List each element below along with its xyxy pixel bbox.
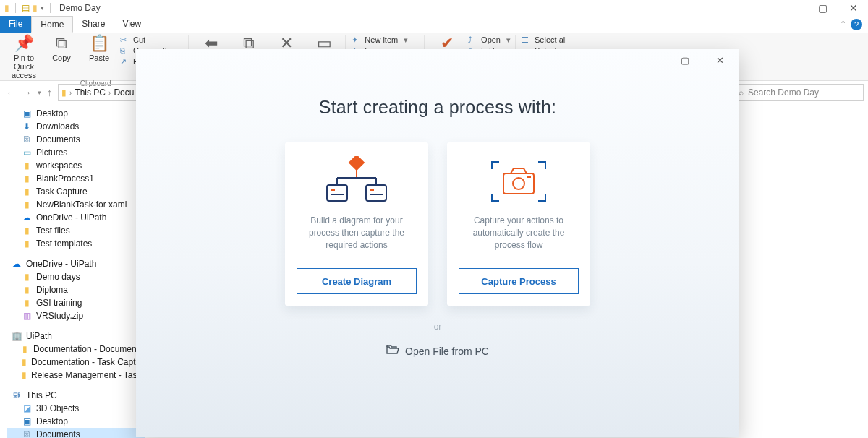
open-file-from-pc-button[interactable]: Open File from PC (386, 345, 489, 357)
sidebar-item-label: Documents (36, 134, 80, 145)
sidebar-item-label: NewBlankTask-for xaml (36, 199, 127, 210)
tab-file[interactable]: File (0, 16, 31, 33)
svg-rect-0 (349, 156, 364, 170)
help-icon[interactable]: ? (851, 19, 862, 30)
pin-to-quick-access-button[interactable]: 📌 Pin to Quick access (7, 35, 41, 80)
paste-button[interactable]: 📋 Paste (82, 35, 116, 62)
sidebar-item-label: Documents (36, 429, 80, 438)
folder-open-icon (386, 345, 399, 357)
divider-line (286, 327, 424, 327)
sidebar-item-test-files[interactable]: ▮Test files (7, 224, 145, 237)
new-item-label: New item (365, 35, 398, 45)
maximize-button[interactable]: ▢ (812, 2, 833, 14)
qat-dropdown-icon[interactable]: ▾ (41, 4, 44, 12)
sidebar-item-downloads[interactable]: ⬇Downloads (7, 120, 145, 133)
select-all-icon: ☰ (522, 35, 532, 45)
sidebar-item-test-templates[interactable]: ▮Test templates (7, 237, 145, 250)
sidebar-item-task-capture[interactable]: ▮Task Capture (7, 185, 145, 198)
sidebar-item-documents-pc[interactable]: 🖺Documents (7, 428, 145, 438)
folder-icon: ▮ (22, 285, 32, 295)
new-item-button[interactable]: ✦New item▾ (352, 35, 420, 45)
cut-button[interactable]: ✂Cut (120, 35, 184, 45)
card-caption: Capture your actions to automatically cr… (460, 215, 577, 252)
sidebar-item-gsi-training[interactable]: ▮GSI training (7, 296, 145, 309)
close-button[interactable]: ✕ (843, 2, 864, 14)
sidebar-item-3d-objects[interactable]: ◪3D Objects (7, 402, 145, 415)
sidebar-item-label: Test files (36, 226, 70, 236)
sidebar-item-vrstudy-zip[interactable]: ▥VRStudy.zip (7, 309, 145, 322)
tab-home[interactable]: Home (31, 16, 73, 33)
capture-illustration (486, 155, 551, 207)
sidebar-item-release-mgmt[interactable]: ▮Release Management - Task Captu (7, 369, 145, 382)
dialog-minimize-button[interactable]: — (635, 50, 665, 70)
sidebar-item-label: Pictures (36, 147, 67, 158)
task-capture-dialog: — ▢ ✕ Start creating a process with: (136, 49, 739, 437)
dialog-close-button[interactable]: ✕ (705, 50, 735, 70)
documents-icon: 🖺 (22, 429, 32, 438)
select-all-button[interactable]: ☰Select all (522, 35, 576, 45)
sidebar-item-label: Downloads (36, 121, 79, 132)
search-input[interactable]: ⌕ Search Demo Day (733, 84, 864, 101)
copy-label: Copy (52, 53, 71, 62)
download-icon: ⬇ (22, 121, 32, 132)
minimize-button[interactable]: — (780, 2, 802, 14)
select-all-label: Select all (535, 35, 567, 45)
sidebar-item-workspaces[interactable]: ▮workspaces (7, 159, 145, 172)
sidebar-item-desktop[interactable]: ▣Desktop (7, 107, 145, 120)
sidebar-item-uipath[interactable]: 🏢UiPath (7, 330, 145, 343)
recent-dropdown[interactable]: ▾ (36, 87, 43, 98)
sidebar-item-newblanktask[interactable]: ▮NewBlankTask-for xaml (7, 198, 145, 211)
sidebar-item-diploma[interactable]: ▮Diploma (7, 283, 145, 296)
sidebar-item-documents[interactable]: 🖺Documents (7, 133, 145, 146)
path-icon: ⎘ (120, 46, 130, 56)
capture-process-button[interactable]: Capture Process (459, 268, 579, 294)
ribbon-collapse-icon[interactable]: ⌃ (840, 20, 846, 29)
sidebar-item-label: This PC (26, 390, 57, 400)
chevron-right-icon: › (109, 89, 111, 97)
up-button[interactable]: ↑ (46, 85, 54, 100)
forward-button[interactable]: → (20, 85, 33, 100)
tab-view[interactable]: View (114, 16, 150, 33)
create-diagram-button[interactable]: Create Diagram (297, 268, 417, 294)
breadcrumb-this-pc[interactable]: This PC (75, 87, 106, 98)
sidebar-item-this-pc[interactable]: 🖳This PC (7, 389, 145, 402)
back-button[interactable]: ← (4, 85, 17, 100)
breadcrumb-folder[interactable]: Docu (114, 87, 134, 98)
sidebar-tree[interactable]: ▣Desktop ⬇Downloads 🖺Documents ▭Pictures… (0, 104, 145, 438)
folder-icon: ▮ (22, 226, 32, 236)
sidebar-item-label: BlankProcess1 (36, 173, 94, 184)
cloud-icon: ☁ (12, 259, 22, 269)
tab-share[interactable]: Share (73, 16, 114, 33)
sidebar-item-pictures[interactable]: ▭Pictures (7, 146, 145, 159)
desktop-icon: ▣ (22, 416, 32, 426)
dialog-maximize-button[interactable]: ▢ (670, 50, 700, 70)
or-divider: or (286, 322, 590, 332)
sidebar-item-doc-documents[interactable]: ▮Documentation - Documents (7, 343, 145, 356)
qat-save-icon[interactable]: ▤ (22, 3, 30, 13)
sidebar-item-demo-days[interactable]: ▮Demo days (7, 270, 145, 283)
dialog-content: Start creating a process with: (136, 71, 739, 437)
copy-icon: ⧉ (56, 35, 67, 52)
new-item-icon: ✦ (352, 35, 362, 45)
sidebar-item-onedrive[interactable]: ☁OneDrive - UiPath (7, 257, 145, 270)
tree-section-quick-access: ▣Desktop ⬇Downloads 🖺Documents ▭Pictures… (7, 107, 145, 250)
sidebar-item-label: GSI training (36, 298, 82, 308)
sidebar-item-onedrive-quick[interactable]: ☁OneDrive - UiPath (7, 211, 145, 224)
folder-icon: ▮ (22, 186, 32, 197)
sidebar-item-blankprocess1[interactable]: ▮BlankProcess1 (7, 172, 145, 185)
copy-button[interactable]: ⧉ Copy (45, 35, 78, 62)
pin-icon: 📌 (14, 35, 34, 52)
card-create-diagram: Build a diagram for your process then ca… (285, 142, 428, 306)
sidebar-item-label: Demo days (36, 272, 80, 282)
sidebar-item-label: Desktop (36, 416, 68, 426)
documents-icon: 🖺 (22, 134, 32, 145)
open-button[interactable]: ⤴Open▾ (468, 35, 511, 45)
or-label: or (434, 322, 442, 332)
open-label: Open (481, 35, 501, 45)
folder-icon: ▮ (22, 357, 27, 367)
sidebar-item-desktop-pc[interactable]: ▣Desktop (7, 415, 145, 428)
tree-section-onedrive: ☁OneDrive - UiPath ▮Demo days ▮Diploma ▮… (7, 257, 145, 322)
qat-folder-icon[interactable]: ▮ (33, 3, 38, 13)
sidebar-item-doc-task-capture[interactable]: ▮Documentation - Task Capture (7, 356, 145, 369)
pin-label: Pin to Quick access (7, 53, 41, 80)
